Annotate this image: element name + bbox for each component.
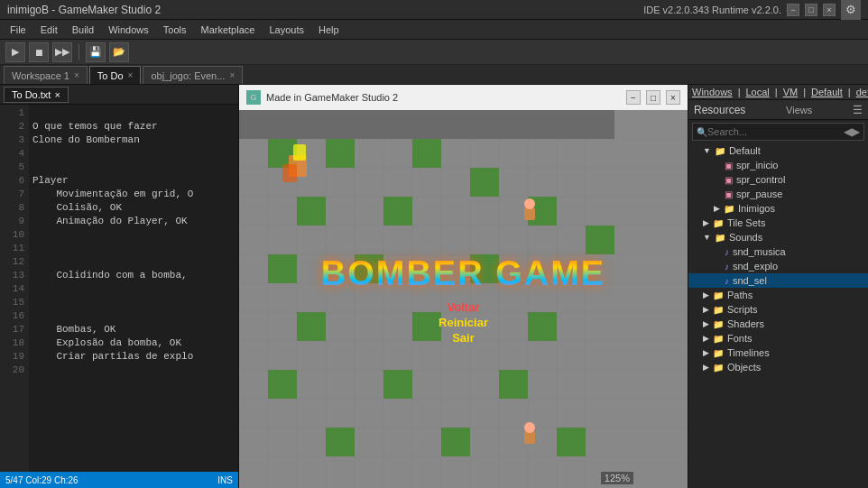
code-line [32,309,235,323]
menu-voltar[interactable]: Voltar [448,300,480,314]
toolbar: ▶ ⏹ ▶▶ 💾 📂 [0,40,868,65]
arrow-icon: ▶ [703,334,709,343]
menu-build[interactable]: Build [66,23,100,37]
resources-panel: Windows | Local | VM | Default | defa Re… [688,85,868,488]
game-window-title: Made in GameMaker Studio 2 [266,92,621,103]
gear-icon[interactable]: ⚙ [841,0,861,20]
resources-options-icon[interactable]: ☰ [853,104,863,116]
code-line: Criar partilas de explo [32,350,235,364]
link-defa[interactable]: defa [856,87,868,97]
code-line: Movimentação em grid, O [32,188,235,201]
tree-item-snd-explo[interactable]: ♪ snd_explo [688,259,868,273]
tree-folder-objects[interactable]: ▶ 📁 Objects [688,360,868,374]
code-line [32,147,235,161]
folder-icon: 📁 [713,290,724,300]
sprite-icon: ▣ [725,175,733,185]
save-button[interactable]: 💾 [86,42,106,62]
code-area[interactable]: 12345 678910 1112131415 1617181920 O que… [0,105,238,472]
arrow-icon: ▼ [703,233,711,242]
menu-layouts[interactable]: Layouts [263,23,310,37]
views-button[interactable]: Views [786,105,812,115]
close-button[interactable]: × [823,4,836,16]
tree-item-label: Default [729,145,761,156]
arrow-icon: ▶ [703,363,709,372]
maximize-button[interactable]: □ [805,4,817,16]
arrow-icon: ▶ [703,348,709,357]
tabs-bar: Workspace 1 × To Do × obj_jogo: Even... … [0,65,868,85]
tree-item-label: Scripts [727,304,758,315]
resources-search[interactable]: 🔍 ◀ ▶ [692,123,864,141]
tab-obj-jogo-label: obj_jogo: Even... [151,70,225,81]
game-overlay: BOMBER GAME Voltar Reiniciar Sair [239,110,688,488]
tree-item-label: Fonts [727,333,753,344]
editor-tab-todo-close[interactable]: × [54,89,60,100]
game-minimize-button[interactable]: − [626,90,641,105]
tab-workspace1-label: Workspace 1 [12,70,69,81]
code-line: Colisão, OK [32,201,235,215]
link-local[interactable]: Local [745,87,769,97]
tree-folder-timelines[interactable]: ▶ 📁 Timelines [688,345,868,360]
tree-item-label: spr_inicio [736,160,778,170]
folder-icon: 📁 [713,218,724,228]
sprite-icon: ▣ [725,161,733,170]
link-default[interactable]: Default [811,87,843,97]
tree-folder-inimigos[interactable]: ▶ 📁 Inimigos [688,201,868,216]
tree-item-snd-musica[interactable]: ♪ snd_musica [688,244,868,259]
tab-todo-close[interactable]: × [128,70,134,80]
tree-item-spr-pause[interactable]: ▣ spr_pause [688,187,868,201]
tab-obj-jogo[interactable]: obj_jogo: Even... × [143,66,243,84]
code-content[interactable]: O que temos que fazer Clone do Bomberman… [29,105,238,472]
tab-workspace1[interactable]: Workspace 1 × [4,66,88,84]
zoom-level: 125% [601,472,633,484]
code-line: Player [32,174,235,188]
game-maximize-button[interactable]: □ [646,90,660,105]
tree-folder-tilesets[interactable]: ▶ 📁 Tile Sets [688,216,868,230]
link-vm[interactable]: VM [783,87,799,97]
tree-item-label: snd_musica [733,246,786,257]
editor-tab-todo[interactable]: To Do.txt × [4,87,69,103]
tree-folder-default[interactable]: ▼ 📁 Default [688,143,868,158]
menu-sair[interactable]: Sair [452,331,475,345]
code-line [32,228,235,242]
menu-help[interactable]: Help [312,23,346,37]
minimize-button[interactable]: − [787,4,799,16]
arrow-icon: ▶ [703,218,709,227]
arrow-icon: ▶ [703,290,709,299]
tree-folder-shaders[interactable]: ▶ 📁 Shaders [688,317,868,331]
arrow-icon: ▼ [703,146,711,155]
tree-folder-sounds[interactable]: ▼ 📁 Sounds [688,230,868,244]
tab-todo[interactable]: To Do × [89,66,142,84]
open-button[interactable]: 📂 [109,42,129,62]
search-nav-left[interactable]: ◀ [844,125,852,138]
menu-marketplace[interactable]: Marketplace [194,23,261,37]
insert-mode: INS [217,475,233,485]
tree-folder-paths[interactable]: ▶ 📁 Paths [688,288,868,302]
game-preview-panel: G Made in GameMaker Studio 2 − □ × [239,85,688,488]
menu-edit[interactable]: Edit [34,23,64,37]
stop-button[interactable]: ⏹ [29,42,49,62]
line-numbers: 12345 678910 1112131415 1617181920 [0,105,29,472]
game-close-button[interactable]: × [666,90,680,105]
menu-reiniciar[interactable]: Reiniciar [439,316,488,329]
tree-item-snd-sel[interactable]: ♪ snd_sel [688,273,868,288]
tree-folder-scripts[interactable]: ▶ 📁 Scripts [688,302,868,317]
resources-label: Resources [694,104,745,116]
run-button[interactable]: ▶▶ [52,42,72,62]
folder-icon: 📁 [715,146,725,156]
search-input[interactable] [707,126,844,137]
menu-file[interactable]: File [4,23,32,37]
tree-item-spr-inicio[interactable]: ▣ spr_inicio [688,158,868,172]
tab-workspace1-close[interactable]: × [74,70,79,80]
search-nav-right[interactable]: ▶ [852,125,860,138]
play-button[interactable]: ▶ [5,42,25,62]
menu-tools[interactable]: Tools [157,23,193,37]
arrow-icon: ▶ [714,204,720,213]
link-windows[interactable]: Windows [692,87,733,97]
folder-icon: 📁 [713,305,724,315]
menu-windows[interactable]: Windows [102,23,155,37]
sound-icon: ♪ [725,276,729,286]
tree-folder-fonts[interactable]: ▶ 📁 Fonts [688,331,868,345]
code-line: Bombas, OK [32,323,235,336]
tree-item-spr-control[interactable]: ▣ spr_control [688,172,868,187]
tab-obj-jogo-close[interactable]: × [229,70,235,80]
